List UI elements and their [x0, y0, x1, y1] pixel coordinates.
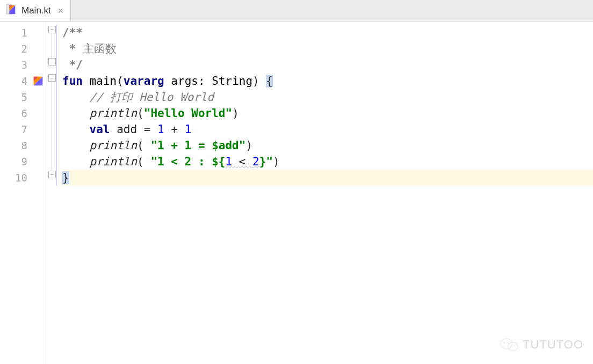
- line-number[interactable]: 6: [0, 105, 47, 121]
- svg-point-7: [501, 339, 512, 349]
- editor: 1 2 3 4 5 6 7 8 9 10 − − − −: [0, 21, 593, 364]
- fold-toggle-icon[interactable]: −: [48, 58, 56, 65]
- code-line[interactable]: println( "1 < 2 : ${1 < 2}"): [62, 154, 593, 170]
- svg-point-11: [510, 345, 512, 346]
- line-number[interactable]: 10: [0, 170, 47, 186]
- code-line[interactable]: */: [62, 57, 593, 73]
- code-line[interactable]: println( "1 + 1 = $add"): [62, 137, 593, 154]
- fold-column: − − − −: [47, 21, 62, 364]
- fold-toggle-icon[interactable]: −: [48, 74, 56, 82]
- code-line[interactable]: /**: [62, 25, 593, 41]
- code-line[interactable]: println("Hello World"): [62, 105, 593, 121]
- line-number[interactable]: 9: [0, 154, 47, 170]
- code-line[interactable]: fun main(vararg args: String) {: [62, 73, 593, 89]
- tab-filename: Main.kt: [21, 5, 51, 16]
- watermark: TUTUTOO: [500, 337, 583, 352]
- code-area[interactable]: /** * 主函数 */ fun main(vararg args: Strin…: [62, 21, 593, 364]
- line-number[interactable]: 4: [0, 73, 47, 89]
- code-line[interactable]: val add = 1 + 1: [62, 121, 593, 137]
- line-number[interactable]: 5: [0, 89, 47, 105]
- line-number[interactable]: 8: [0, 137, 47, 154]
- wechat-icon: [500, 337, 518, 352]
- svg-point-12: [514, 345, 516, 346]
- line-number[interactable]: 3: [0, 57, 47, 73]
- svg-point-10: [508, 342, 509, 344]
- line-number[interactable]: 7: [0, 121, 47, 137]
- watermark-text: TUTUTOO: [523, 338, 583, 352]
- kotlin-run-icon[interactable]: [33, 76, 44, 86]
- close-icon[interactable]: ✕: [57, 6, 64, 15]
- line-number[interactable]: 1: [0, 25, 47, 41]
- fold-toggle-icon[interactable]: −: [48, 171, 56, 178]
- kotlin-file-icon: [5, 3, 17, 18]
- svg-point-9: [503, 342, 505, 344]
- current-line-highlight: [62, 170, 593, 186]
- indent-guide: [56, 25, 57, 186]
- gutter: 1 2 3 4 5 6 7 8 9 10: [0, 21, 47, 364]
- fold-toggle-icon[interactable]: −: [48, 26, 56, 33]
- tab-bar: Main.kt ✕: [0, 0, 593, 21]
- tab-main-kt[interactable]: Main.kt ✕: [0, 0, 71, 21]
- line-number[interactable]: 2: [0, 41, 47, 57]
- fold-guide: [52, 33, 52, 59]
- svg-point-8: [508, 343, 518, 351]
- code-line[interactable]: // 打印 Hello World: [62, 89, 593, 105]
- fold-guide: [52, 82, 52, 172]
- code-line[interactable]: * 主函数: [62, 41, 593, 57]
